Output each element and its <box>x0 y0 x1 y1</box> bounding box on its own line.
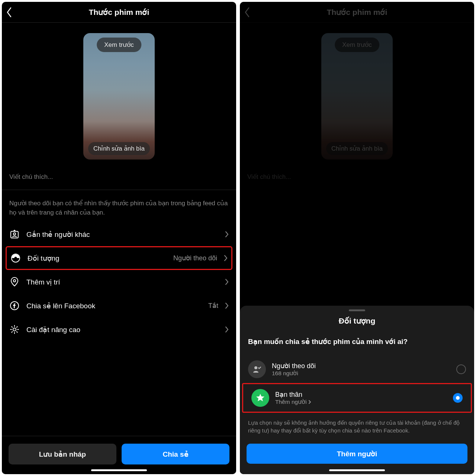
back-icon[interactable] <box>6 7 12 17</box>
sheet-handle[interactable] <box>349 309 365 311</box>
row-audience[interactable]: Đối tượng Người theo dõi <box>6 246 232 270</box>
chevron-right-icon <box>225 279 229 285</box>
save-draft-button[interactable]: Lưu bản nháp <box>9 444 116 464</box>
audience-option-close-friends[interactable]: Bạn thân Thêm người <box>243 384 471 412</box>
radio-unchecked[interactable] <box>456 364 466 374</box>
svg-point-1 <box>13 233 16 235</box>
reel-preview[interactable]: Xem trước Chỉnh sửa ảnh bìa <box>83 33 155 160</box>
option-sub: 168 người <box>272 370 450 377</box>
svg-point-7 <box>254 366 257 369</box>
row-label: Chia sẻ lên Facebook <box>26 302 202 310</box>
chevron-right-icon <box>225 231 229 238</box>
header: Thước phim mới <box>2 2 236 23</box>
row-label: Gắn thẻ người khác <box>26 230 218 239</box>
chevron-right-icon <box>224 255 228 261</box>
row-label: Đối tượng <box>28 254 167 263</box>
audience-option-followers[interactable]: Người theo dõi 168 người <box>240 356 474 383</box>
row-label: Thêm vị trí <box>26 278 218 286</box>
followers-icon <box>248 360 266 378</box>
audience-info-text: Người theo dõi bạn có thể nhìn thấy thướ… <box>2 190 236 222</box>
svg-point-6 <box>13 328 16 331</box>
option-sub[interactable]: Thêm người <box>275 399 447 405</box>
gear-icon <box>9 325 20 334</box>
preview-button[interactable]: Xem trước <box>97 38 141 52</box>
radio-checked[interactable] <box>453 393 463 403</box>
tag-people-icon <box>9 229 20 239</box>
svg-point-3 <box>15 257 17 260</box>
row-value: Người theo dõi <box>173 254 217 262</box>
row-tag-people[interactable]: Gắn thẻ người khác <box>2 222 236 246</box>
option-title: Người theo dõi <box>272 362 450 370</box>
option-title: Bạn thân <box>275 390 447 399</box>
row-facebook[interactable]: Chia sẻ lên Facebook Tắt <box>2 294 236 318</box>
location-icon <box>9 277 20 287</box>
home-indicator <box>91 469 147 471</box>
row-label: Cài đặt nâng cao <box>26 325 218 334</box>
row-advanced[interactable]: Cài đặt nâng cao <box>2 318 236 341</box>
sheet-title: Đối tượng <box>240 316 474 337</box>
preview-area: Xem trước Chỉnh sửa ảnh bìa <box>2 23 236 166</box>
chevron-right-icon <box>308 400 311 404</box>
sheet-note: Lựa chọn này sẽ không ảnh hưởng đến quyề… <box>240 415 474 444</box>
home-indicator <box>329 469 385 471</box>
add-people-button[interactable]: Thêm người <box>247 444 467 464</box>
row-value: Tắt <box>208 302 218 310</box>
audience-icon <box>10 253 21 263</box>
caption-input[interactable]: Viết chú thích... <box>2 166 236 190</box>
edit-cover-button[interactable]: Chỉnh sửa ảnh bìa <box>88 142 150 155</box>
close-friends-icon <box>251 389 269 407</box>
svg-point-4 <box>13 280 16 282</box>
audience-sheet: Đối tượng Bạn muốn chia sẻ thước phim củ… <box>240 306 474 475</box>
phone-left: Thước phim mới Xem trước Chỉnh sửa ảnh b… <box>2 2 236 474</box>
facebook-icon <box>9 301 20 311</box>
bottom-bar: Lưu bản nháp Chia sẻ <box>2 436 236 474</box>
share-button[interactable]: Chia sẻ <box>122 444 229 464</box>
phone-right: Thước phim mới Xem trước Chỉnh sửa ảnh b… <box>240 2 474 474</box>
row-location[interactable]: Thêm vị trí <box>2 270 236 294</box>
sheet-question: Bạn muốn chia sẻ thước phim của mình với… <box>240 337 474 356</box>
page-title: Thước phim mới <box>89 8 149 17</box>
chevron-right-icon <box>225 326 229 333</box>
chevron-right-icon <box>225 302 229 309</box>
